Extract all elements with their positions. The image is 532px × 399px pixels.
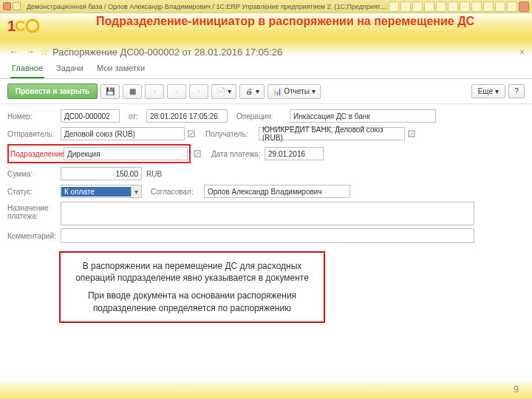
comment-textarea[interactable] xyxy=(61,228,474,243)
favorite-icon[interactable]: ☆ xyxy=(40,46,50,58)
open-icon[interactable] xyxy=(406,127,417,140)
paydate-field[interactable]: 29.01.2016 xyxy=(265,147,324,160)
open-icon[interactable] xyxy=(192,147,202,160)
form: Номер: ДС00-000002 от: 28.01.2016 17:05:… xyxy=(0,104,532,250)
tab-tasks[interactable]: Задачи xyxy=(55,61,85,78)
post-icon: ▦ xyxy=(128,87,137,96)
title-ico[interactable] xyxy=(436,1,446,12)
save-icon: 💾 xyxy=(106,87,115,96)
sender-field[interactable]: Деловой союз (RUB) xyxy=(61,127,185,140)
callout-p2: При вводе документа на основании распоря… xyxy=(69,290,315,313)
toolbar-button[interactable]: ▫ xyxy=(189,84,208,99)
title-close-icon[interactable] xyxy=(519,1,529,12)
post-button[interactable]: ▦ xyxy=(123,84,142,99)
label-recipient: Получатель: xyxy=(205,130,259,138)
window-title: Демонстрационная база / Орлов Александр … xyxy=(27,3,389,10)
post-and-close-button[interactable]: Провести и закрыть xyxy=(7,83,98,99)
logo-1c: 1 C xyxy=(7,16,40,35)
title-ico[interactable] xyxy=(460,1,470,12)
doc-nav: ← → ☆ Распоряжение ДС00-000002 от 28.01.… xyxy=(7,46,282,58)
label-paydate: Дата платежа: xyxy=(211,150,265,158)
close-icon[interactable]: × xyxy=(519,47,525,58)
window-titlebar: Демонстрационная база / Орлов Александр … xyxy=(0,0,532,13)
status-select[interactable]: К оплате ▾ xyxy=(61,185,142,198)
open-icon[interactable] xyxy=(186,127,197,140)
reports-button[interactable]: 📊Отчеты▾ xyxy=(267,84,321,99)
chart-icon: 📊 xyxy=(273,87,282,96)
number-field[interactable]: ДС00-000002 xyxy=(61,109,120,123)
window-close-button[interactable] xyxy=(3,2,11,10)
toolbar-button[interactable]: ▫ xyxy=(145,84,164,99)
label-operation: Операция: xyxy=(236,112,290,120)
title-ico[interactable] xyxy=(412,1,423,12)
operation-field[interactable]: Инкассация ДС в банк xyxy=(290,109,436,123)
title-ico[interactable] xyxy=(400,1,411,12)
title-ico[interactable] xyxy=(424,1,434,12)
footer-band xyxy=(0,380,532,399)
title-ico[interactable] xyxy=(471,1,482,12)
approved-field[interactable]: Орлов Александр Владимирович xyxy=(204,185,350,198)
create-based-button[interactable]: 📄▾ xyxy=(211,84,236,99)
label-department: Подразделение: xyxy=(10,150,64,158)
title-ico[interactable] xyxy=(389,1,399,12)
doc-toolbar: Провести и закрыть 💾 ▦ ▫ ▫ ▫ 📄▾ 🖨▾ 📊Отче… xyxy=(0,79,532,104)
svg-text:C: C xyxy=(15,18,25,34)
window-title-icons xyxy=(389,1,529,12)
window-min-button[interactable] xyxy=(13,2,21,10)
status-value: К оплате xyxy=(61,187,131,197)
header-band: 1 C Подразделение-инициатор в распоряжен… xyxy=(0,13,532,56)
more-button[interactable]: Еще ▾ xyxy=(471,84,505,98)
label-number: Номер: xyxy=(7,112,61,120)
slide-title: Подразделение-инициатор в распоряжении н… xyxy=(96,15,474,28)
label-sender: Отправитель: xyxy=(7,130,61,138)
tabs: Главное Задачи Мои заметки xyxy=(0,56,532,79)
label-from: от: xyxy=(129,112,146,120)
department-field[interactable]: Дирекция xyxy=(64,147,188,160)
help-button[interactable]: ? xyxy=(508,84,525,98)
currency-label: RUB xyxy=(146,170,162,178)
date-field[interactable]: 28.01.2016 17:05:26 xyxy=(146,109,228,123)
label-amount: Сумма: xyxy=(7,170,61,178)
title-ico[interactable] xyxy=(495,1,505,12)
print-icon: 🖨 xyxy=(245,87,253,96)
nav-back-icon[interactable]: ← xyxy=(7,46,21,58)
svg-point-2 xyxy=(27,20,38,32)
label-purpose: Назначение платежа: xyxy=(7,202,61,220)
recipient-field[interactable]: ЮНИКРЕДИТ БАНК, Деловой союз (RUB) xyxy=(259,127,405,140)
label-comment: Комментарий: xyxy=(7,232,61,240)
toolbar-button[interactable]: ▫ xyxy=(167,84,186,99)
tab-notes[interactable]: Мои заметки xyxy=(95,61,146,78)
tab-main[interactable]: Главное xyxy=(10,61,44,78)
create-based-icon: 📄 xyxy=(216,87,225,96)
purpose-textarea[interactable] xyxy=(61,202,474,225)
doc-title: Распоряжение ДС00-000002 от 28.01.2016 1… xyxy=(52,47,282,58)
save-button[interactable]: 💾 xyxy=(100,84,120,99)
print-button[interactable]: 🖨▾ xyxy=(239,84,265,99)
nav-forward-icon[interactable]: → xyxy=(24,46,37,58)
amount-field[interactable]: 150,00 xyxy=(61,167,142,180)
label-approved: Согласовал: xyxy=(151,188,204,196)
title-ico[interactable] xyxy=(507,1,517,12)
title-ico[interactable] xyxy=(483,1,494,12)
label-status: Статус: xyxy=(7,188,61,196)
callout-box: В распоряжении на перемещение ДС для рас… xyxy=(59,251,325,323)
title-ico[interactable] xyxy=(448,1,458,12)
page-number: 9 xyxy=(514,384,519,395)
chevron-down-icon[interactable]: ▾ xyxy=(131,185,141,197)
callout-p1: В распоряжении на перемещение ДС для рас… xyxy=(69,260,315,284)
